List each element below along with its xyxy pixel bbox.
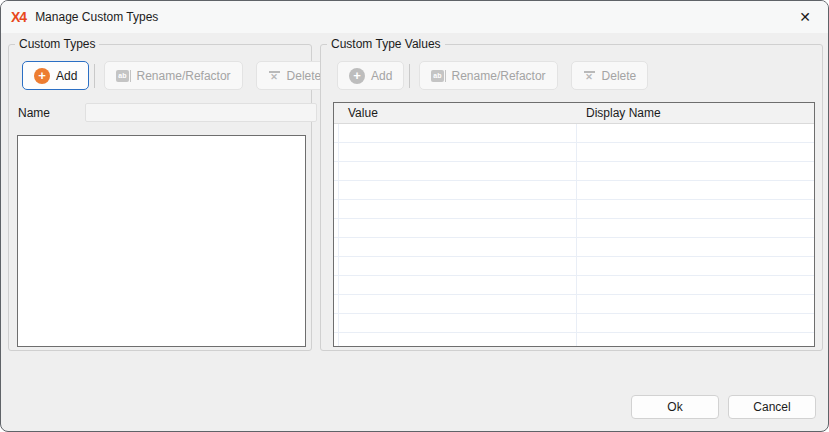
title-bar: X4 Manage Custom Types ✕ <box>1 1 828 33</box>
ok-button-label: Ok <box>667 400 682 414</box>
cell-display-name[interactable] <box>577 276 814 294</box>
cell-display-name[interactable] <box>577 238 814 256</box>
cell-value[interactable] <box>339 181 577 199</box>
table-row[interactable] <box>334 143 814 162</box>
cell-display-name[interactable] <box>577 143 814 161</box>
cell-display-name[interactable] <box>577 333 814 347</box>
table-row[interactable] <box>334 295 814 314</box>
add-value-button[interactable]: + Add <box>337 61 404 90</box>
table-row[interactable] <box>334 276 814 295</box>
custom-type-values-group: Custom Type Values + Add ab Rename/Refac… <box>320 44 823 351</box>
cell-value[interactable] <box>339 143 577 161</box>
rename-button-label: Rename/Refactor <box>137 69 231 83</box>
cancel-button[interactable]: Cancel <box>728 395 816 419</box>
table-row[interactable] <box>334 200 814 219</box>
cell-value[interactable] <box>339 219 577 237</box>
table-body <box>334 124 814 347</box>
add-custom-type-button[interactable]: + Add <box>22 61 89 90</box>
rename-value-button[interactable]: ab Rename/Refactor <box>419 61 557 90</box>
custom-types-toolbar: + Add ab Rename/Refactor Delete <box>22 61 333 90</box>
custom-types-group-label: Custom Types <box>15 37 99 52</box>
delete-button-label: Delete <box>602 69 637 83</box>
cell-value[interactable] <box>339 238 577 256</box>
cell-value[interactable] <box>339 314 577 332</box>
delete-icon <box>583 69 596 82</box>
cell-display-name[interactable] <box>577 257 814 275</box>
cell-display-name[interactable] <box>577 124 814 142</box>
custom-type-values-toolbar: + Add ab Rename/Refactor Delete <box>337 61 648 90</box>
close-button[interactable]: ✕ <box>782 1 828 32</box>
cell-value[interactable] <box>339 333 577 347</box>
table-row[interactable] <box>334 238 814 257</box>
name-input[interactable] <box>85 103 317 122</box>
toolbar-separator <box>94 64 95 88</box>
cell-display-name[interactable] <box>577 162 814 180</box>
cell-display-name[interactable] <box>577 200 814 218</box>
cell-value[interactable] <box>339 162 577 180</box>
cancel-button-label: Cancel <box>753 400 790 414</box>
rename-button-label: Rename/Refactor <box>452 69 546 83</box>
name-label: Name <box>18 106 50 120</box>
window-title: Manage Custom Types <box>35 10 158 24</box>
rename-icon: ab <box>116 70 130 82</box>
table-row[interactable] <box>334 219 814 238</box>
delete-button-label: Delete <box>287 69 322 83</box>
cell-display-name[interactable] <box>577 219 814 237</box>
add-plus-icon: + <box>349 68 365 84</box>
close-icon: ✕ <box>799 9 811 25</box>
cell-display-name[interactable] <box>577 295 814 313</box>
custom-types-group: Custom Types + Add ab Rename/Refactor De… <box>8 44 312 351</box>
rename-icon: ab <box>431 70 445 82</box>
table-row[interactable] <box>334 124 814 143</box>
ok-button[interactable]: Ok <box>631 395 719 419</box>
cell-value[interactable] <box>339 257 577 275</box>
column-header-value[interactable]: Value <box>339 106 578 120</box>
cell-value[interactable] <box>339 124 577 142</box>
cell-value[interactable] <box>339 200 577 218</box>
cell-display-name[interactable] <box>577 314 814 332</box>
column-header-display-name[interactable]: Display Name <box>578 106 814 120</box>
add-button-label: Add <box>56 69 77 83</box>
table-row[interactable] <box>334 314 814 333</box>
delete-value-button[interactable]: Delete <box>571 61 649 90</box>
custom-types-list[interactable] <box>17 135 306 347</box>
cell-value[interactable] <box>339 276 577 294</box>
add-button-label: Add <box>371 69 392 83</box>
table-row[interactable] <box>334 333 814 347</box>
toolbar-separator <box>409 64 410 88</box>
table-row[interactable] <box>334 257 814 276</box>
delete-icon <box>268 69 281 82</box>
cell-display-name[interactable] <box>577 181 814 199</box>
table-row[interactable] <box>334 162 814 181</box>
app-logo-icon: X4 <box>11 9 26 25</box>
manage-custom-types-dialog: X4 Manage Custom Types ✕ Custom Types + … <box>0 0 829 432</box>
cell-value[interactable] <box>339 295 577 313</box>
rename-custom-type-button[interactable]: ab Rename/Refactor <box>104 61 242 90</box>
table-row[interactable] <box>334 181 814 200</box>
name-row: Name <box>18 102 308 126</box>
add-plus-icon: + <box>34 68 50 84</box>
table-header-row: Value Display Name <box>334 103 814 124</box>
custom-type-values-group-label: Custom Type Values <box>327 37 445 52</box>
custom-type-values-table[interactable]: Value Display Name <box>333 102 815 347</box>
